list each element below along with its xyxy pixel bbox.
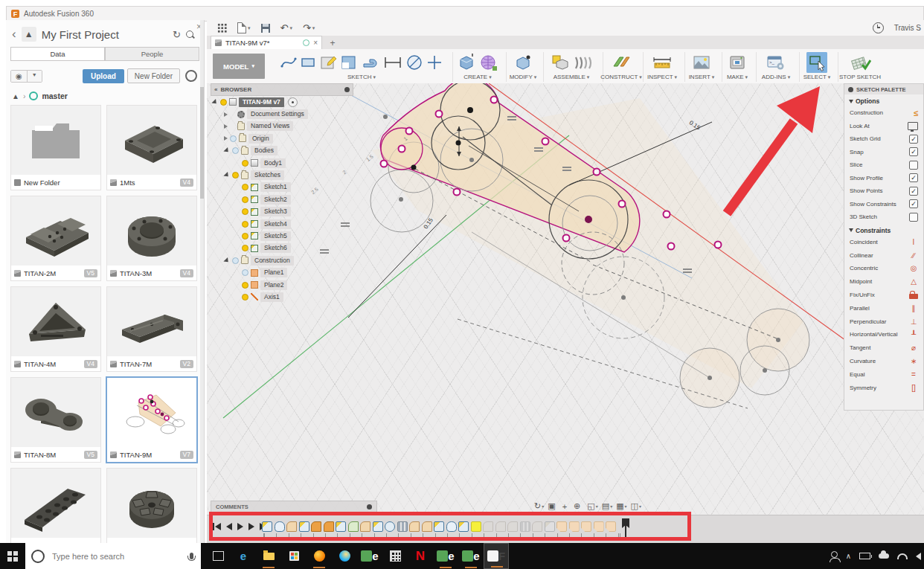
comments-options-icon[interactable]: [367, 504, 372, 509]
constraint-icon[interactable]: =: [909, 370, 918, 379]
comments-bar[interactable]: COMMENTS: [211, 501, 377, 512]
option-control[interactable]: [914, 109, 918, 118]
option-row[interactable]: Look At: [844, 120, 923, 133]
job-status-clock-icon[interactable]: [873, 22, 884, 33]
browser-tree-row[interactable]: Sketches: [211, 169, 353, 181]
wifi-icon[interactable]: [897, 553, 908, 559]
list-item[interactable]: TITAN-4MV4: [10, 286, 101, 372]
list-item[interactable]: TITAN-7MV2: [106, 286, 197, 372]
visibility-bulb-icon[interactable]: [242, 160, 248, 167]
create-group-label[interactable]: CREATE▾: [463, 74, 491, 80]
slot-tool-icon[interactable]: [361, 54, 380, 71]
construct-group-label[interactable]: CONSTRUCT▾: [600, 74, 642, 80]
taskbar-app-button[interactable]: e: [357, 543, 382, 569]
browser-tree-row[interactable]: Sketch3: [211, 206, 353, 218]
visibility-bulb-icon[interactable]: [220, 99, 227, 106]
list-item[interactable]: New Folder: [10, 105, 101, 190]
option-control[interactable]: [909, 187, 918, 196]
constraint-row[interactable]: Parallel ∥: [844, 301, 923, 315]
tab-data[interactable]: Data: [10, 47, 105, 61]
save-button[interactable]: [261, 24, 270, 33]
show-hidden-icons[interactable]: ∧: [846, 552, 851, 560]
visibility-bulb-icon[interactable]: [232, 257, 239, 264]
browser-tree-row[interactable]: Sketch6: [211, 242, 353, 254]
panel-options-icon[interactable]: [344, 87, 350, 92]
taskbar-app-button[interactable]: [256, 543, 281, 569]
list-item-selected[interactable]: TITAN-9MV7: [106, 376, 198, 463]
browser-tree-row[interactable]: Sketch2: [211, 193, 353, 205]
constraint-row[interactable]: Symmetry []: [844, 381, 923, 394]
option-control[interactable]: [908, 122, 918, 130]
constraint-row[interactable]: Perpendicular ⊥: [844, 315, 923, 328]
browser-tree-row[interactable]: Sketch5: [211, 230, 353, 242]
file-menu-button[interactable]: ▾: [237, 22, 251, 33]
taskbar-app-button[interactable]: [205, 543, 231, 569]
redo-button[interactable]: ↷▾: [303, 22, 315, 33]
view-tool-button[interactable]: + ▾: [561, 502, 571, 511]
option-control[interactable]: [909, 147, 918, 156]
constraint-icon[interactable]: ⌀: [909, 344, 918, 352]
scripts-addins-tool-icon[interactable]: >_: [766, 54, 786, 71]
constraint-row[interactable]: Equal =: [844, 367, 923, 381]
visibility-bulb-icon[interactable]: [242, 184, 248, 190]
onedrive-icon[interactable]: [879, 553, 889, 559]
3d-print-tool-icon[interactable]: [728, 54, 747, 71]
panel-scrollbar[interactable]: [200, 20, 204, 543]
visibility-bulb-icon[interactable]: [242, 245, 248, 251]
constraint-icon[interactable]: ∕∕: [909, 251, 918, 260]
view-tool-button[interactable]: ◱ ▾: [585, 501, 599, 511]
activate-component-icon[interactable]: [288, 97, 298, 107]
taskbar-app-button[interactable]: e: [231, 543, 256, 569]
browser-tree-row[interactable]: Bodies: [211, 145, 353, 157]
taskbar-app-button[interactable]: [281, 543, 307, 569]
constraint-icon[interactable]: ┸: [909, 330, 918, 338]
visibility-bulb-icon[interactable]: [242, 269, 248, 276]
visibility-bulb-icon[interactable]: [242, 208, 248, 215]
constraint-icon[interactable]: ∥: [909, 304, 918, 312]
visibility-bulb-icon[interactable]: [242, 294, 248, 300]
addins-group-label[interactable]: ADD-INS▾: [762, 74, 790, 80]
upload-button[interactable]: Upload: [83, 69, 124, 83]
option-control[interactable]: [909, 173, 918, 182]
app-menu-button[interactable]: [217, 23, 227, 33]
construction-plane-tool-icon[interactable]: [611, 53, 632, 72]
tab-people[interactable]: People: [105, 47, 199, 61]
option-control[interactable]: [909, 135, 918, 144]
measure-tool-icon[interactable]: [651, 54, 673, 71]
expand-arrow-icon[interactable]: [223, 257, 230, 264]
select-group-label[interactable]: SELECT▾: [803, 74, 831, 80]
visibility-bulb-icon[interactable]: [232, 172, 239, 179]
expand-arrow-icon[interactable]: [224, 136, 228, 141]
taskbar-app-button[interactable]: [382, 543, 408, 569]
project-icon[interactable]: ▲: [12, 92, 19, 100]
list-item[interactable]: [106, 468, 197, 543]
list-item[interactable]: TITAN-3MV4: [106, 196, 197, 281]
press-pull-tool-icon[interactable]: [513, 53, 533, 72]
search-input[interactable]: [51, 551, 184, 562]
browser-tree-row[interactable]: Axis1: [211, 291, 353, 303]
rectangle-tool-icon[interactable]: [300, 54, 316, 71]
joint-tool-icon[interactable]: [573, 53, 592, 72]
refresh-icon[interactable]: ↻: [173, 29, 181, 40]
list-item[interactable]: 1MtsV4: [106, 105, 197, 190]
select-tool-icon[interactable]: [806, 52, 827, 73]
undo-button[interactable]: ↶▾: [280, 22, 292, 33]
browser-tree-row[interactable]: Named Views: [211, 120, 353, 132]
list-item[interactable]: [10, 468, 101, 543]
people-icon[interactable]: [831, 551, 838, 558]
taskbar-app-button[interactable]: N: [408, 543, 433, 569]
option-row[interactable]: Construction: [844, 106, 923, 120]
taskbar-app-button[interactable]: e: [433, 543, 458, 569]
options-section-header[interactable]: Options: [844, 94, 923, 106]
taskbar-app-button[interactable]: [332, 543, 357, 569]
visibility-bulb-icon[interactable]: [230, 135, 237, 142]
sketch-dimension-tool-icon[interactable]: [383, 54, 402, 71]
constraint-row[interactable]: Midpoint △: [844, 275, 923, 289]
taskbar-search[interactable]: [25, 543, 201, 569]
search-icon[interactable]: [186, 30, 193, 38]
spline-tool-icon[interactable]: [280, 54, 297, 71]
stop-sketch-label[interactable]: STOP SKETCH: [839, 74, 881, 80]
constraint-row[interactable]: Tangent ⌀: [844, 341, 923, 355]
microphone-icon[interactable]: [190, 553, 193, 559]
taskbar-app-button[interactable]: F: [484, 543, 509, 569]
